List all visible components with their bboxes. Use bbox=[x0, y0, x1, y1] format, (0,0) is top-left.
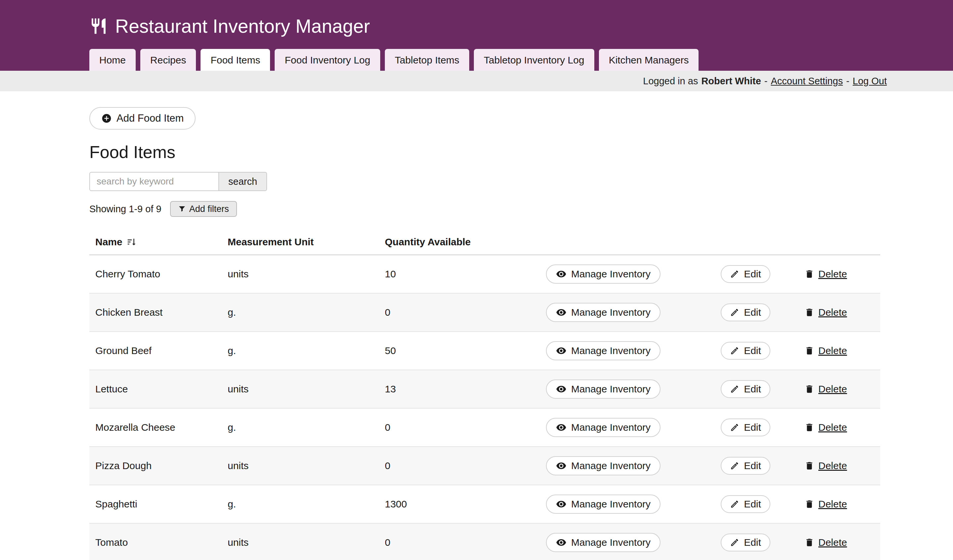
tab-tabletop-items[interactable]: Tabletop Items bbox=[385, 49, 469, 71]
edit-button[interactable]: Edit bbox=[721, 303, 770, 321]
delete-link[interactable]: Delete bbox=[804, 498, 847, 510]
tab-tabletop-inventory-log[interactable]: Tabletop Inventory Log bbox=[474, 49, 594, 71]
cell-qty: 10 bbox=[385, 268, 511, 280]
cell-name: Spaghetti bbox=[95, 498, 228, 510]
account-settings-link[interactable]: Account Settings bbox=[771, 76, 843, 87]
eye-icon bbox=[556, 537, 567, 548]
delete-link[interactable]: Delete bbox=[804, 384, 847, 395]
search-button[interactable]: search bbox=[219, 172, 267, 191]
cell-qty: 1300 bbox=[385, 498, 511, 510]
column-header-quantity-available: Quantity Available bbox=[385, 237, 511, 248]
trash-icon bbox=[804, 538, 814, 548]
username: Robert White bbox=[701, 76, 761, 87]
delete-link[interactable]: Delete bbox=[804, 537, 847, 548]
cell-unit: g. bbox=[228, 422, 385, 433]
edit-button[interactable]: Edit bbox=[721, 380, 770, 398]
cell-name: Cherry Tomato bbox=[95, 268, 228, 280]
tab-food-items[interactable]: Food Items bbox=[200, 49, 270, 71]
cell-unit: units bbox=[228, 537, 385, 548]
eye-icon bbox=[556, 307, 567, 318]
table-row: Tomato units 0 Manage Inventory Edit Del… bbox=[89, 524, 880, 560]
add-filters-button[interactable]: Add filters bbox=[170, 201, 237, 217]
table-row: Spaghetti g. 1300 Manage Inventory Edit … bbox=[89, 485, 880, 524]
eye-icon bbox=[556, 422, 567, 433]
eye-icon bbox=[556, 384, 567, 394]
eye-icon bbox=[556, 461, 567, 471]
manage-inventory-button[interactable]: Manage Inventory bbox=[546, 533, 660, 552]
separator: - bbox=[846, 76, 849, 87]
add-circle-icon bbox=[101, 113, 112, 124]
trash-icon bbox=[804, 384, 814, 394]
food-items-table: Name Measurement Unit Quantity Available… bbox=[89, 229, 880, 560]
column-header-name[interactable]: Name bbox=[95, 237, 228, 248]
trash-icon bbox=[804, 422, 814, 432]
manage-inventory-button[interactable]: Manage Inventory bbox=[546, 418, 660, 437]
main-content: Add Food Item Food Items search Showing … bbox=[0, 91, 953, 560]
cell-unit: g. bbox=[228, 307, 385, 318]
manage-inventory-button[interactable]: Manage Inventory bbox=[546, 456, 660, 475]
tab-home[interactable]: Home bbox=[89, 49, 136, 71]
sort-icon[interactable] bbox=[126, 237, 136, 247]
edit-icon bbox=[730, 423, 739, 432]
edit-button[interactable]: Edit bbox=[721, 265, 770, 283]
edit-button[interactable]: Edit bbox=[721, 534, 770, 551]
table-body: Cherry Tomato units 10 Manage Inventory … bbox=[89, 255, 880, 560]
column-header-measurement-unit: Measurement Unit bbox=[228, 237, 385, 248]
delete-link[interactable]: Delete bbox=[804, 422, 847, 433]
restaurant-icon bbox=[89, 17, 108, 36]
add-filters-label: Add filters bbox=[189, 204, 229, 214]
tab-food-inventory-log[interactable]: Food Inventory Log bbox=[275, 49, 380, 71]
trash-icon bbox=[804, 269, 814, 279]
manage-inventory-button[interactable]: Manage Inventory bbox=[546, 341, 660, 360]
add-food-item-button[interactable]: Add Food Item bbox=[89, 107, 196, 130]
log-out-link[interactable]: Log Out bbox=[853, 76, 887, 87]
cell-name: Mozarella Cheese bbox=[95, 422, 228, 433]
edit-icon bbox=[730, 538, 739, 547]
tab-recipes[interactable]: Recipes bbox=[140, 49, 196, 71]
edit-button[interactable]: Edit bbox=[721, 342, 770, 360]
edit-button[interactable]: Edit bbox=[721, 419, 770, 436]
edit-button[interactable]: Edit bbox=[721, 457, 770, 475]
trash-icon bbox=[804, 346, 814, 356]
eye-icon bbox=[556, 499, 567, 509]
delete-link[interactable]: Delete bbox=[804, 345, 847, 356]
cell-unit: units bbox=[228, 268, 385, 280]
cell-qty: 0 bbox=[385, 307, 511, 318]
edit-icon bbox=[730, 384, 739, 394]
cell-qty: 50 bbox=[385, 345, 511, 356]
search-input[interactable] bbox=[89, 172, 219, 191]
manage-inventory-button[interactable]: Manage Inventory bbox=[546, 495, 660, 514]
cell-unit: g. bbox=[228, 498, 385, 510]
trash-icon bbox=[804, 461, 814, 471]
cell-qty: 0 bbox=[385, 422, 511, 433]
trash-icon bbox=[804, 308, 814, 317]
cell-name: Pizza Dough bbox=[95, 460, 228, 472]
manage-inventory-button[interactable]: Manage Inventory bbox=[546, 303, 660, 322]
cell-unit: g. bbox=[228, 345, 385, 356]
table-header: Name Measurement Unit Quantity Available bbox=[89, 229, 880, 255]
trash-icon bbox=[804, 499, 814, 509]
cell-qty: 0 bbox=[385, 537, 511, 548]
search-bar: search bbox=[89, 172, 880, 191]
edit-icon bbox=[730, 461, 739, 470]
cell-name: Lettuce bbox=[95, 384, 228, 395]
delete-link[interactable]: Delete bbox=[804, 460, 847, 472]
cell-unit: units bbox=[228, 460, 385, 472]
delete-link[interactable]: Delete bbox=[804, 268, 847, 280]
manage-inventory-button[interactable]: Manage Inventory bbox=[546, 265, 660, 284]
manage-inventory-button[interactable]: Manage Inventory bbox=[546, 379, 660, 399]
table-row: Cherry Tomato units 10 Manage Inventory … bbox=[89, 255, 880, 294]
table-row: Pizza Dough units 0 Manage Inventory Edi… bbox=[89, 447, 880, 485]
edit-button[interactable]: Edit bbox=[721, 495, 770, 513]
table-row: Mozarella Cheese g. 0 Manage Inventory E… bbox=[89, 408, 880, 447]
app-header: Restaurant Inventory Manager HomeRecipes… bbox=[0, 0, 953, 71]
cell-name: Tomato bbox=[95, 537, 228, 548]
edit-icon bbox=[730, 500, 739, 509]
tab-kitchen-managers[interactable]: Kitchen Managers bbox=[599, 49, 699, 71]
eye-icon bbox=[556, 269, 567, 279]
delete-link[interactable]: Delete bbox=[804, 307, 847, 318]
cell-name: Ground Beef bbox=[95, 345, 228, 356]
cell-qty: 13 bbox=[385, 384, 511, 395]
results-summary: Showing 1-9 of 9 bbox=[89, 204, 161, 215]
separator: - bbox=[764, 76, 768, 87]
